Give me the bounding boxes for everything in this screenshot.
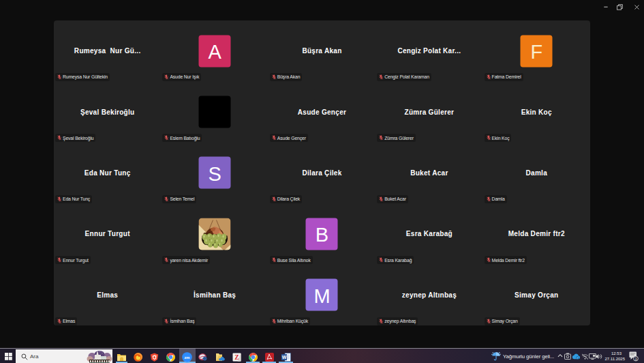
svg-text:zm: zm xyxy=(184,355,189,360)
svg-text:Z: Z xyxy=(234,354,239,361)
svg-text:W: W xyxy=(282,355,287,360)
